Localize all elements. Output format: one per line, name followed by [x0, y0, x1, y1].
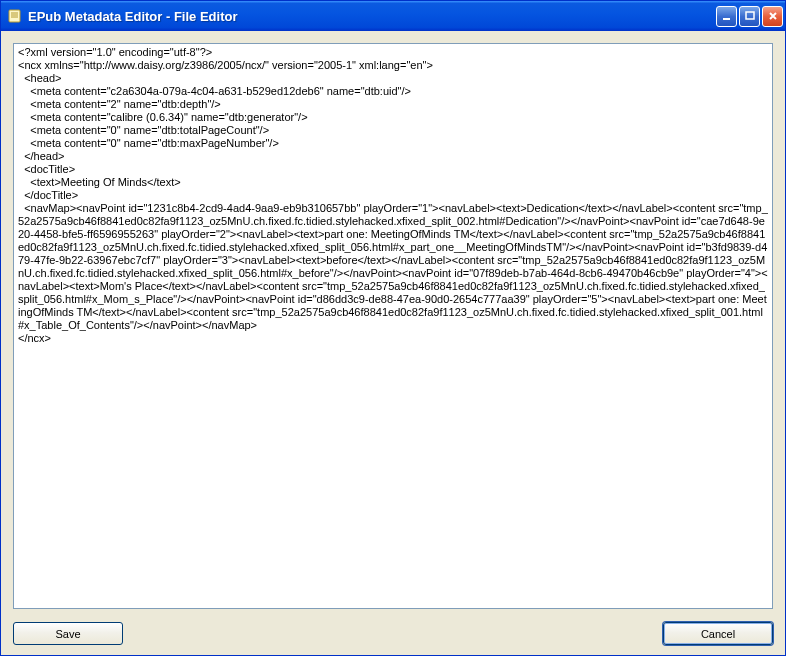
svg-rect-0	[9, 10, 20, 22]
svg-rect-4	[723, 18, 730, 20]
close-button[interactable]	[762, 6, 783, 27]
maximize-button[interactable]	[739, 6, 760, 27]
app-icon	[7, 8, 23, 24]
window-title: EPub Metadata Editor - File Editor	[28, 9, 716, 24]
titlebar[interactable]: EPub Metadata Editor - File Editor	[1, 1, 785, 31]
client-area: Save Cancel	[1, 31, 785, 655]
minimize-button[interactable]	[716, 6, 737, 27]
file-text-editor[interactable]	[13, 43, 773, 609]
svg-rect-5	[746, 12, 754, 19]
window-buttons	[716, 6, 783, 27]
button-bar: Save Cancel	[13, 609, 773, 645]
window-frame: EPub Metadata Editor - File Editor Save …	[0, 0, 786, 656]
save-button[interactable]: Save	[13, 622, 123, 645]
cancel-button[interactable]: Cancel	[663, 622, 773, 645]
